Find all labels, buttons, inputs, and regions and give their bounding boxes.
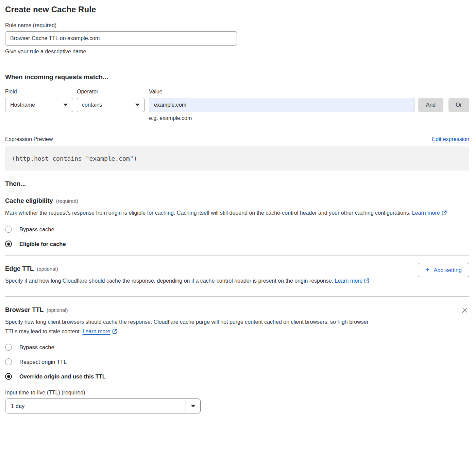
- chevron-down-icon: [191, 405, 196, 407]
- expression-preview-row: Expression Preview Edit expression: [5, 136, 469, 142]
- cache-eligibility-title-row: Cache eligibility (required): [5, 197, 469, 205]
- browser-ttl-title-row: Browser TTL (optional): [5, 306, 469, 314]
- radio-option-eligible-for-cache[interactable]: Eligible for cache: [5, 241, 469, 247]
- radio-label: Bypass cache: [19, 226, 54, 233]
- edge-ttl-optional-tag: (optional): [37, 266, 58, 272]
- or-button[interactable]: Or: [448, 98, 469, 112]
- cache-eligibility-learn-more-link[interactable]: Learn more: [412, 210, 440, 216]
- chevron-down-icon: [63, 104, 68, 106]
- cache-eligibility-title: Cache eligibility: [5, 197, 53, 205]
- value-column: Value example.com e.g. example.com: [149, 88, 414, 121]
- learn-more-label: Learn more: [412, 210, 440, 216]
- value-helper: e.g. example.com: [149, 115, 414, 121]
- value-input[interactable]: example.com: [149, 98, 414, 112]
- operator-column: Operator contains: [77, 88, 145, 112]
- expression-preview-label: Expression Preview: [5, 136, 53, 142]
- learn-more-label: Learn more: [335, 278, 363, 284]
- plus-icon: +: [425, 266, 430, 273]
- match-heading: When incoming requests match...: [5, 73, 469, 81]
- ttl-select-arrow[interactable]: [186, 399, 200, 413]
- expression-code-block: (http.host contains "example.com"): [5, 146, 469, 171]
- close-icon[interactable]: [461, 306, 469, 314]
- edge-ttl-title: Edge TTL: [5, 265, 34, 272]
- page-title: Create new Cache Rule: [5, 5, 469, 14]
- field-select[interactable]: Hostname: [5, 98, 73, 112]
- rule-name-input[interactable]: Browser Cache TTL on example.com: [5, 31, 237, 46]
- radio-option-bypass-cache[interactable]: Bypass cache: [5, 344, 469, 351]
- cache-eligibility-description: Mark whether the request’s response from…: [5, 208, 469, 218]
- divider: [5, 64, 469, 64]
- browser-ttl-options: Bypass cache Respect origin TTL Override…: [5, 344, 469, 380]
- radio-circle[interactable]: [5, 358, 12, 365]
- ttl-select-value: 1 day: [5, 399, 186, 413]
- browser-ttl-description-text: Specify how long client browsers should …: [5, 319, 369, 334]
- radio-label: Bypass cache: [19, 344, 54, 351]
- edge-ttl-learn-more-link[interactable]: Learn more: [335, 278, 363, 284]
- radio-option-respect-origin-ttl[interactable]: Respect origin TTL: [5, 358, 469, 365]
- browser-ttl-optional-tag: (optional): [47, 307, 68, 313]
- radio-option-override-origin-ttl[interactable]: Override origin and use this TTL: [5, 373, 469, 380]
- edge-ttl-description-text: Specify if and how long Cloudflare shoul…: [5, 278, 333, 284]
- chevron-down-icon: [135, 104, 140, 106]
- rule-name-value: Browser Cache TTL on example.com: [10, 35, 100, 41]
- edge-ttl-title-row: Edge TTL (optional): [5, 265, 369, 272]
- add-setting-label: Add setting: [434, 267, 462, 273]
- create-cache-rule-form: Create new Cache Rule Rule name (require…: [0, 0, 476, 420]
- learn-more-label: Learn more: [83, 329, 111, 334]
- radio-label: Respect origin TTL: [19, 359, 67, 365]
- and-button[interactable]: And: [418, 98, 443, 112]
- edge-ttl-section: Edge TTL (optional) Specify if and how l…: [5, 255, 469, 286]
- then-heading: Then...: [5, 180, 469, 188]
- expression-code: (http.host contains "example.com"): [12, 155, 137, 162]
- browser-ttl-description: Specify how long client browsers should …: [5, 317, 379, 337]
- operator-label: Operator: [77, 88, 145, 95]
- radio-circle[interactable]: [5, 241, 12, 247]
- radio-circle[interactable]: [5, 344, 12, 351]
- external-link-icon: [364, 277, 369, 286]
- external-link-icon: [112, 328, 117, 337]
- field-column: Field Hostname: [5, 88, 73, 112]
- edge-ttl-description: Specify if and how long Cloudflare shoul…: [5, 276, 369, 286]
- value-input-text: example.com: [154, 102, 186, 108]
- browser-ttl-title: Browser TTL: [5, 306, 44, 314]
- field-label: Field: [5, 88, 73, 95]
- cache-eligibility-options: Bypass cache Eligible for cache: [5, 226, 469, 247]
- browser-ttl-learn-more-link[interactable]: Learn more: [83, 329, 111, 334]
- radio-label: Eligible for cache: [19, 241, 66, 247]
- ttl-select[interactable]: 1 day: [5, 399, 201, 413]
- divider: [5, 296, 469, 297]
- edge-ttl-content: Edge TTL (optional) Specify if and how l…: [5, 255, 369, 286]
- radio-option-bypass-cache[interactable]: Bypass cache: [5, 226, 469, 233]
- radio-label: Override origin and use this TTL: [19, 373, 106, 380]
- radio-circle[interactable]: [5, 226, 12, 233]
- add-setting-button[interactable]: + Add setting: [418, 263, 469, 277]
- ttl-input-label: Input time-to-live (TTL) (required): [5, 390, 469, 396]
- operator-select-value: contains: [82, 102, 102, 108]
- cache-eligibility-description-text: Mark whether the request’s response from…: [5, 210, 410, 216]
- value-label: Value: [149, 88, 414, 95]
- external-link-icon: [442, 209, 447, 218]
- rule-name-label: Rule name (required): [5, 22, 469, 29]
- edit-expression-link[interactable]: Edit expression: [432, 136, 469, 142]
- rule-name-helper: Give your rule a descriptive name.: [5, 49, 469, 55]
- field-select-value: Hostname: [10, 102, 35, 108]
- match-expression-row: Field Hostname Operator contains Value e…: [5, 88, 469, 121]
- operator-select[interactable]: contains: [77, 98, 145, 112]
- radio-circle[interactable]: [5, 373, 12, 380]
- cache-eligibility-required-tag: (required): [56, 198, 78, 204]
